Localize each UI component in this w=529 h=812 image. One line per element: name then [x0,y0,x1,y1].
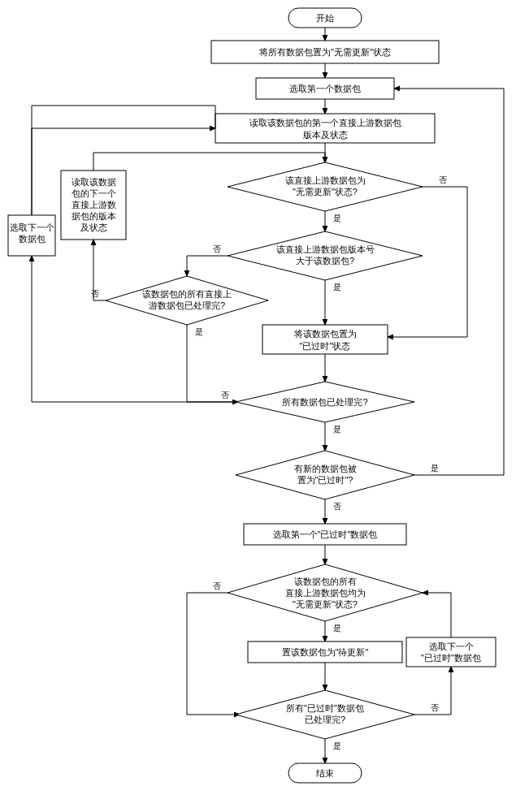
p5-t2: 包的下一个 [72,188,116,198]
d3-text2: 游数据包已处理完? [149,300,225,310]
d6-t2: 直接上游数据包均为 [285,588,366,598]
p1-text: 将所有数据包置为"无需更新"状态 [258,47,391,57]
d4-no: 否 [221,391,229,400]
p9-t1: 选取下一个 [429,641,474,651]
end-label: 结束 [316,768,334,778]
d1-yes: 是 [333,214,341,222]
d4-text: 所有数据包已处理完? [282,397,367,407]
d2-no: 否 [213,244,221,253]
d1-no: 否 [439,175,447,184]
d1-text2: "无需更新"状态? [293,187,358,197]
p3-text1: 读取该数据包的第一个直接上游数据包 [249,118,401,127]
p5-t4: 据包的版本 [72,211,116,221]
p4-t2: "已过时"状态 [300,341,351,351]
d2-text2: 大于该数据包? [296,256,354,266]
start-label: 开始 [316,13,334,23]
d3-text1: 该数据包的所有直接上 [142,289,232,299]
d6-no: 否 [213,581,221,590]
d3-yes: 是 [195,327,203,336]
d6-t1: 该数据包的所有 [294,577,357,586]
p7-text: 选取第一个"已过时"数据包 [273,529,378,539]
p3-text2: 版本及状态 [303,130,348,140]
p4-t1: 将该数据包置为 [293,329,357,339]
p6-t2: 数据包 [19,234,46,244]
d7-yes: 是 [333,741,341,750]
d6-yes: 是 [333,624,341,633]
d5-yes: 是 [431,464,439,473]
d3-no: 否 [91,289,99,298]
d2-yes: 是 [333,283,341,292]
p8-text: 置该数据包为"待更新" [282,647,369,657]
p5-t1: 读取该数据 [72,177,116,187]
d7-t2: 已处理完? [305,715,345,724]
p6-t1: 选取下一个 [10,222,54,232]
d5-t1: 有新的数据包被 [294,464,357,473]
d7-no: 否 [431,703,439,712]
p5-t5: 及状态 [80,222,107,232]
d6-t3: "无需更新"状态? [293,599,358,609]
p9-t2: "已过时"数据包 [421,653,481,663]
d4-yes: 是 [333,425,341,434]
d5-t2: 置为"已过时"? [297,475,353,485]
d2-text1: 该直接上游数据包版本号 [276,244,375,254]
p5-t3: 直接上游数 [72,200,116,209]
d1-text1: 该直接上游数据包为 [285,175,366,185]
d7-t1: 所有"已过时"数据包 [286,703,364,713]
p2-text: 选取第一个数据包 [289,84,361,93]
d5-no: 否 [333,502,341,511]
